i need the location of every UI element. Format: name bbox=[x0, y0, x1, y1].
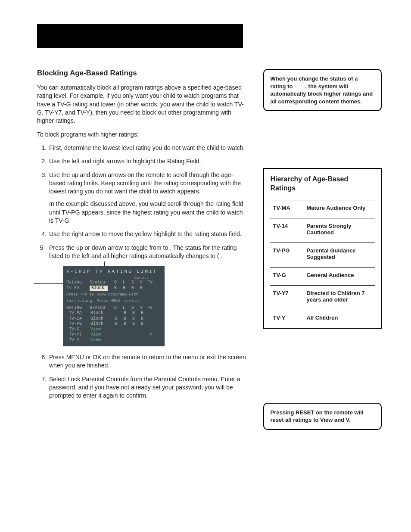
menu-row-s: B bbox=[129, 316, 138, 322]
menu-row-status: Block bbox=[90, 316, 112, 322]
step-5: Press the up or down arrow to toggle fro… bbox=[48, 244, 246, 261]
menu-row-v bbox=[138, 338, 146, 343]
menu-hdr-status: Status bbox=[90, 280, 111, 286]
step-1: First, determine the lowest level rating… bbox=[48, 144, 246, 152]
hierarchy-code: TV-14 bbox=[270, 218, 304, 243]
menu-row-l: B bbox=[121, 316, 129, 322]
hierarchy-code: TV-MA bbox=[270, 200, 304, 218]
hierarchy-table: TV-MAMature Audience OnlyTV-14Parents St… bbox=[270, 200, 375, 328]
menu-col-fv: FV bbox=[146, 280, 154, 286]
step-2: Use the left and right arrows to highlig… bbox=[48, 157, 246, 165]
menu-row: TV-GView bbox=[66, 327, 161, 333]
hierarchy-desc: Mature Audience Only bbox=[304, 200, 375, 218]
vchip-menu-illustration: V-CHIP TV RATING LIMIT - - Content - - R… bbox=[63, 266, 165, 346]
menu-content-label: - - Content - - bbox=[66, 276, 157, 280]
menu-sel-d: B bbox=[111, 286, 120, 291]
hierarchy-row: TV-GGeneral Audience bbox=[270, 267, 375, 285]
menu-help-1: Press ^/v to view programs with bbox=[66, 292, 161, 297]
menu-row-v bbox=[138, 327, 146, 333]
menu-row-s: B bbox=[129, 311, 138, 316]
menu-row: TV-MABlockBBB bbox=[66, 311, 161, 316]
callout1-blank bbox=[294, 83, 305, 90]
menu-row-s bbox=[129, 332, 138, 338]
menu-row-status: Block bbox=[90, 311, 112, 316]
hierarchy-desc: Parental Guidance Suggested bbox=[304, 243, 375, 267]
menu-row-s bbox=[129, 338, 138, 343]
menu-row-status: Block bbox=[90, 321, 112, 327]
menu-row-d bbox=[112, 311, 121, 316]
menu-row-d: B bbox=[112, 316, 121, 322]
menu-row-rating: TV-Y7 bbox=[66, 332, 90, 338]
menu-row-v: B bbox=[138, 316, 146, 322]
menu-row-rating: TV-MA bbox=[66, 311, 90, 316]
lead-paragraph: To block programs with higher ratings: bbox=[37, 131, 246, 139]
hierarchy-desc: Parents Strongly Cautioned bbox=[304, 218, 375, 243]
menu-sel-rating: TV-PG bbox=[66, 286, 90, 291]
hierarchy-code: TV-Y bbox=[270, 310, 304, 328]
menu-row-fv bbox=[146, 327, 155, 333]
hierarchy-row: TV-Y7Directed to Children 7 years and ol… bbox=[270, 285, 375, 310]
section-heading: Blocking Age-Based Ratings bbox=[37, 69, 246, 78]
menu-row-status: View bbox=[90, 338, 112, 343]
menu-sel-v: B bbox=[137, 286, 146, 291]
vchip-menu: V-CHIP TV RATING LIMIT - - Content - - R… bbox=[63, 266, 165, 346]
menu-row-s: B bbox=[129, 321, 138, 327]
hierarchy-row: TV-YAll Children bbox=[270, 310, 375, 328]
menu-row-s bbox=[129, 327, 138, 333]
menu-row-l: B bbox=[121, 321, 129, 327]
menu-row: TV-PGBlockBBBB bbox=[66, 321, 161, 327]
hierarchy-row: TV-MAMature Audience Only bbox=[270, 200, 375, 218]
menu-row-l bbox=[121, 327, 129, 333]
hierarchy-box: Hierarchy of Age-Based Ratings TV-MAMatu… bbox=[263, 168, 382, 329]
menu-col-l: L bbox=[120, 280, 128, 286]
hierarchy-code: TV-G bbox=[270, 267, 304, 285]
hierarchy-row: TV-14Parents Strongly Cautioned bbox=[270, 218, 375, 243]
menu-row-d bbox=[112, 327, 121, 333]
step-3-sub: In the example discussed above, you woul… bbox=[49, 200, 246, 225]
menu-row-fv bbox=[146, 338, 155, 343]
menu-list-col-l: L bbox=[120, 305, 128, 311]
menu-row-fv bbox=[146, 311, 155, 316]
hierarchy-code: TV-PG bbox=[270, 243, 304, 267]
menu-row-d bbox=[112, 338, 121, 343]
menu-row-rating: TV-G bbox=[66, 327, 90, 333]
menu-sel-status: Block bbox=[90, 286, 108, 291]
menu-sel-l: B bbox=[120, 286, 128, 291]
menu-row-rating: TV-PG bbox=[66, 321, 90, 327]
hierarchy-desc: All Children bbox=[304, 310, 375, 328]
step-3: Use the up and down arrows on the remote… bbox=[48, 171, 246, 225]
steps-list-cont: Press MENU or OK on the remote to return… bbox=[37, 353, 246, 400]
menu-row-d: B bbox=[112, 321, 121, 327]
menu-row-rating: TV-Y bbox=[66, 338, 90, 343]
menu-row-fv: V bbox=[146, 332, 155, 338]
menu-help-2: this rating. Press MENU to exit. bbox=[66, 299, 161, 304]
menu-row-v: B bbox=[138, 321, 146, 327]
menu-row-fv bbox=[146, 316, 155, 322]
hierarchy-row: TV-PGParental Guidance Suggested bbox=[270, 243, 375, 267]
step-7: Select Lock Parental Controls from the P… bbox=[48, 375, 246, 400]
menu-row-l bbox=[121, 338, 129, 343]
menu-list-col-d: D bbox=[111, 305, 120, 311]
header-band bbox=[37, 24, 243, 48]
menu-row-rating: TV-14 bbox=[66, 316, 90, 322]
callout-reset: Pressing RESET on the remote will reset … bbox=[263, 403, 382, 430]
menu-list-col-s: S bbox=[128, 305, 137, 311]
menu-row: TV-14BlockBBBB bbox=[66, 316, 161, 322]
menu-col-v: V bbox=[137, 280, 146, 286]
menu-row-v: B bbox=[138, 311, 146, 316]
menu-title: V-CHIP TV RATING LIMIT bbox=[66, 269, 161, 275]
callout-pointer-horizontal bbox=[34, 283, 65, 284]
menu-row: TV-YView bbox=[66, 338, 161, 343]
hierarchy-desc: General Audience bbox=[304, 267, 375, 285]
menu-row-status: View bbox=[90, 332, 112, 338]
intro-paragraph: You can automatically block all program … bbox=[37, 84, 246, 125]
steps-list: First, determine the lowest level rating… bbox=[37, 144, 246, 260]
menu-row-d bbox=[112, 332, 121, 338]
hierarchy-title: Hierarchy of Age-Based Ratings bbox=[270, 175, 375, 193]
menu-list-col-fv: FV bbox=[146, 305, 154, 311]
step-4: Use the right arrow to move the yellow h… bbox=[48, 230, 246, 238]
callout-status-change: When you change the status of a rating t… bbox=[263, 69, 382, 111]
menu-row: TV-Y7ViewV bbox=[66, 332, 161, 338]
hierarchy-desc: Directed to Children 7 years and older bbox=[304, 285, 375, 310]
step-6: Press MENU or OK on the remote to return… bbox=[48, 353, 246, 370]
